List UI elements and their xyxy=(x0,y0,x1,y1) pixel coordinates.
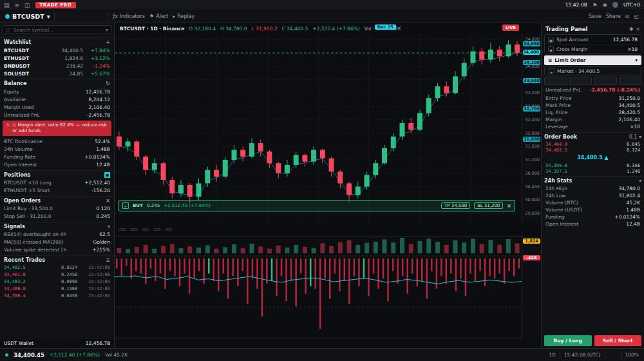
grid-icon[interactable]: ▤ xyxy=(4,0,10,10)
more-icon[interactable]: ▾ xyxy=(108,224,110,229)
timeframe-button[interactable] xyxy=(66,16,71,17)
replay-button[interactable]: ▸ Replay xyxy=(173,14,194,19)
price-alert-badge[interactable]: 32,700 xyxy=(523,106,540,112)
timeframe-button[interactable] xyxy=(59,16,64,17)
market-row[interactable]: Open Interest 12.4B xyxy=(0,161,114,169)
stop-loss-chip[interactable]: SL 31,200 xyxy=(474,202,503,209)
balance-row[interactable]: Equity 12,456.78 xyxy=(0,88,114,95)
settings-icon[interactable]: ✱ xyxy=(603,0,608,10)
spread-price[interactable]: 34,400.5 ▲ xyxy=(544,154,641,161)
position-row[interactable]: ETHUSDT ×5 Short -156.20 xyxy=(0,187,114,195)
quick-amount-button[interactable] xyxy=(619,77,642,85)
filter-icon[interactable]: ≡ xyxy=(106,257,110,263)
quick-amount-button[interactable] xyxy=(569,77,592,85)
add-icon[interactable]: + xyxy=(106,39,110,45)
ask-row[interactable]: 34,402.5 0.124 xyxy=(544,147,641,153)
timeframe-button[interactable] xyxy=(85,16,90,17)
indicator-chip[interactable] xyxy=(130,228,138,231)
indicator-chip[interactable] xyxy=(118,228,126,231)
balance-row[interactable]: Available 8,204.12 xyxy=(0,95,114,103)
positions-icon[interactable]: ▪ xyxy=(104,172,110,178)
symbol-search[interactable]: ○ ▾ xyxy=(3,25,111,34)
buy-button[interactable]: Buy / Long xyxy=(544,335,592,346)
alert-button[interactable]: ⚑ Alert xyxy=(149,14,168,19)
watchlist-row[interactable]: BTCUSDT 34,400.5 +7.84% xyxy=(0,46,114,54)
panel-settings-icon[interactable]: ✱ xyxy=(629,26,634,32)
order-type-market[interactable]: ▸ Market · 34,400.5 xyxy=(544,66,641,75)
timezone-label[interactable]: UTC+0 xyxy=(623,2,640,8)
cancel-all-icon[interactable]: × xyxy=(106,198,110,204)
timeframe-button[interactable] xyxy=(91,16,97,17)
time-axis[interactable] xyxy=(115,338,522,348)
order-type-selected[interactable]: ≡ Limit Order ▾ xyxy=(544,55,641,65)
notification-icon[interactable]: ⚑ xyxy=(592,0,597,10)
balance-row[interactable]: Margin Used 2,106.40 xyxy=(0,103,114,111)
order-row[interactable]: Limit Buy · 33,500.0 0.120 xyxy=(0,205,114,213)
timeframe-button[interactable] xyxy=(98,16,103,17)
timeframe-button[interactable] xyxy=(72,16,77,17)
panel-close-icon[interactable]: × xyxy=(636,26,640,32)
watchlist-row[interactable]: SOLUSDT 24.85 +5.67% xyxy=(0,70,114,77)
balance-row[interactable]: Unrealized PnL -2,456.78 xyxy=(0,111,114,119)
quick-amount-button[interactable] xyxy=(594,77,617,85)
play-icon[interactable]: ▸ xyxy=(122,202,129,209)
position-bar[interactable]: ▸ BUY 0.245 +2,512.40 (+7.84%) TP 34,500… xyxy=(118,200,515,211)
market-row[interactable]: BTC Dominance 52.4% xyxy=(0,138,114,146)
indicator-chip[interactable] xyxy=(153,228,161,231)
indicators-button[interactable]: ƒx Indicators xyxy=(113,14,145,19)
price-alert-badge[interactable]: 34,100 xyxy=(523,60,540,65)
account-row-margin[interactable]: ◆ Cross Margin ×10 xyxy=(545,44,641,54)
trade-row[interactable]: 34,400.8 0.1560 15:42:03 xyxy=(0,286,114,293)
quick-amount-button[interactable] xyxy=(544,77,567,85)
indicator-axis[interactable]: 1,824 -428 xyxy=(522,236,541,338)
brand-badge[interactable]: TRADE PRO xyxy=(35,2,77,8)
trade-row[interactable]: 34,403.2 0.0890 15:42:05 xyxy=(0,278,114,286)
ask-row[interactable]: 34,404.0 0.845 xyxy=(544,141,641,147)
close-position-icon[interactable]: × xyxy=(507,203,511,209)
save-button[interactable]: Save xyxy=(589,14,601,19)
signal-row[interactable]: RSI(14) overbought on 4h 62.5 xyxy=(0,231,114,239)
share-button[interactable]: Share xyxy=(606,14,621,19)
search-input[interactable] xyxy=(12,26,104,34)
price-alert-badge[interactable]: 34,650 xyxy=(523,41,540,46)
price-alert-badge[interactable]: 31,800 xyxy=(523,137,540,142)
menu-icon[interactable]: ≡ xyxy=(15,0,20,10)
candlestick-panel[interactable]: ▸ BUY 0.245 +2,512.40 (+7.84%) TP 34,500… xyxy=(115,34,522,222)
price-axis[interactable]: 34,80034,40034,00033,60033,20032,80032,4… xyxy=(522,34,541,222)
market-row[interactable]: Funding Rate +0.0124% xyxy=(0,153,114,161)
market-row[interactable]: 24h Volume 1.48B xyxy=(0,146,114,153)
status-clock[interactable]: 15:42:08 (UTC) xyxy=(564,352,601,358)
watchlist-row[interactable]: ETHUSDT 1,824.6 +3.12% xyxy=(0,54,114,62)
account-row-spot[interactable]: ▣ Spot Account 12,456.78 xyxy=(545,35,641,44)
symbol-selector[interactable]: BTCUSDT ▾ xyxy=(5,13,50,20)
live-badge[interactable]: LIVE xyxy=(502,24,519,31)
zoom-level[interactable]: 100% xyxy=(625,352,639,358)
trade-row[interactable]: 34,402.5 0.0124 15:42:08 xyxy=(0,264,114,271)
timeframe-button[interactable] xyxy=(79,16,84,17)
layout-icon[interactable]: ◫ xyxy=(24,0,30,10)
indicator-chip[interactable] xyxy=(165,228,173,231)
avatar[interactable] xyxy=(612,2,618,8)
margin-alert-banner[interactable]: ⚠ ⚠ Margin alert: ratio 82.4% — reduce r… xyxy=(3,121,111,136)
take-profit-chip[interactable]: TP 34,500 xyxy=(441,202,470,209)
book-step-select[interactable]: 0.1 ▾ xyxy=(629,134,641,140)
signal-row[interactable]: Volume spike detected 1h +215% xyxy=(0,246,114,254)
indicator-panel[interactable] xyxy=(115,236,522,338)
snapshot-icon[interactable]: ⊡ xyxy=(625,14,630,19)
indicator-chip[interactable] xyxy=(142,228,149,231)
legend-symbol[interactable]: BTCUSDT · 1D · Binance xyxy=(120,26,184,32)
order-row[interactable]: Stop Sell · 31,200.0 0.245 xyxy=(0,213,114,220)
refresh-icon[interactable]: ↻ xyxy=(106,81,110,86)
bid-row[interactable]: 34,397.5 1.240 xyxy=(544,168,641,174)
price-alert-badge[interactable]: 33,550 xyxy=(523,78,540,83)
trade-row[interactable]: 34,401.0 0.2450 15:42:06 xyxy=(0,271,114,278)
fullscreen-icon[interactable]: ◱ xyxy=(634,14,639,19)
signal-row[interactable]: MA(50) crossed MA(200) Golden xyxy=(0,239,114,246)
watchlist-row[interactable]: BNBUSDT 238.42 -1.24% xyxy=(0,62,114,70)
sell-button[interactable]: Sell / Short xyxy=(594,335,642,346)
trade-row[interactable]: 34,398.4 0.0450 15:42:01 xyxy=(0,293,114,300)
stats-more-icon[interactable]: ▾ xyxy=(639,178,641,184)
status-timeframe[interactable]: 1D xyxy=(549,352,556,358)
bid-row[interactable]: 34,399.0 0.356 xyxy=(544,162,641,168)
position-row[interactable]: BTCUSDT ×10 Long +2,512.40 xyxy=(0,179,114,187)
